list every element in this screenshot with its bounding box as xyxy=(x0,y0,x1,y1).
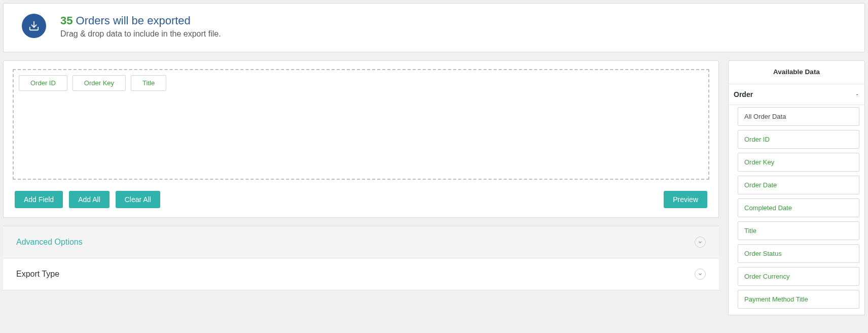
available-data-item[interactable]: Order Key xyxy=(738,153,859,172)
available-data-item[interactable]: All Order Data xyxy=(738,107,859,126)
available-data-item[interactable]: Order Currency xyxy=(738,267,859,286)
order-group-header[interactable]: Order - xyxy=(729,84,864,105)
available-data-scroll[interactable]: Order - All Order DataOrder IDOrder KeyO… xyxy=(729,84,864,315)
available-data-item[interactable]: Order Date xyxy=(738,176,859,194)
selected-field-chip[interactable]: Title xyxy=(131,75,166,91)
advanced-options-accordion[interactable]: Advanced Options xyxy=(3,226,719,258)
download-icon xyxy=(22,14,46,38)
export-header: 35 Orders will be exported Drag & drop d… xyxy=(3,3,865,52)
accordion-group: Advanced Options Export Type xyxy=(3,226,719,290)
available-data-item[interactable]: Title xyxy=(738,221,859,240)
available-data-item[interactable]: Payment Method Title xyxy=(738,290,859,309)
order-group-label: Order xyxy=(734,90,753,98)
export-type-title: Export Type xyxy=(16,270,59,279)
selected-field-chip[interactable]: Order ID xyxy=(19,75,67,91)
add-field-button[interactable]: Add Field xyxy=(15,191,63,208)
selected-field-chip[interactable]: Order Key xyxy=(73,75,126,91)
chevron-down-icon xyxy=(695,269,706,280)
available-data-item[interactable]: Order ID xyxy=(738,130,859,149)
clear-all-button[interactable]: Clear All xyxy=(116,191,160,208)
chevron-down-icon xyxy=(695,237,706,248)
add-all-button[interactable]: Add All xyxy=(69,191,110,208)
available-data-title: Available Data xyxy=(729,61,864,84)
builder-panel: Order IDOrder KeyTitle Add Field Add All… xyxy=(3,60,719,218)
available-data-item[interactable]: Completed Date xyxy=(738,198,859,217)
export-type-accordion[interactable]: Export Type xyxy=(3,258,719,290)
advanced-options-title: Advanced Options xyxy=(16,238,83,247)
field-dropzone[interactable]: Order IDOrder KeyTitle xyxy=(13,69,709,180)
export-subtitle: Drag & drop data to include in the expor… xyxy=(60,29,221,39)
collapse-icon: - xyxy=(856,90,858,98)
preview-button[interactable]: Preview xyxy=(664,191,707,208)
available-data-item[interactable]: Order Status xyxy=(738,244,859,263)
available-data-list: All Order DataOrder IDOrder KeyOrder Dat… xyxy=(729,105,864,314)
export-title-text: Orders will be exported xyxy=(76,14,191,27)
available-data-panel: Available Data Order - All Order DataOrd… xyxy=(728,60,865,315)
export-count: 35 xyxy=(60,14,73,27)
export-title: 35 Orders will be exported xyxy=(60,14,221,28)
builder-buttons: Add Field Add All Clear All Preview xyxy=(13,191,709,208)
